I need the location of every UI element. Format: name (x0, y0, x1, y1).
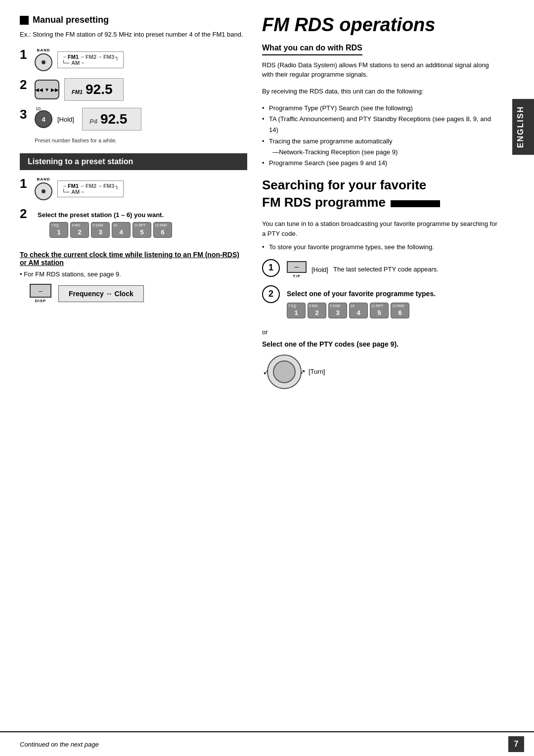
listening-step-2-number: 2 (20, 207, 35, 220)
manual-presetting-section: Manual presetting Ex.: Storing the FM st… (20, 15, 247, 143)
s-key-6-val: 6 (398, 309, 401, 316)
right-column: FM RDS operations What you can do with R… (257, 15, 524, 721)
key-1-label: 7 EQ (51, 223, 59, 227)
l-arrow-3: → (97, 183, 102, 188)
step-2-number: 2 (20, 78, 35, 91)
key-3-label: 9 SSM (92, 223, 103, 227)
tp-rect[interactable]: — (287, 261, 307, 273)
s-key-2-val: 2 (315, 309, 318, 316)
band-dot (42, 60, 45, 64)
main-content: Manual presetting Ex.: Storing the FM st… (0, 0, 534, 731)
tp-button[interactable]: — T/P (287, 261, 307, 278)
l-am: AM (72, 189, 80, 195)
disp-rect[interactable]: — (30, 284, 51, 298)
tp-label: T/P (293, 274, 300, 278)
s-preset-key-5[interactable]: 11 RPT 5 (370, 303, 389, 318)
arrow-right-3-icon: → (97, 54, 102, 59)
clock-controls: — DISP Frequency ↔ Clock (30, 284, 247, 303)
step-1-content: BAND → FM1 → FM2 → (35, 48, 247, 71)
s-preset-key-1[interactable]: 7 EQ 1 (287, 303, 306, 318)
step-2-row: 2 ◀◀ ▼ ▶▶ FM1 92.5 (20, 78, 247, 101)
listening-band-label: BAND (37, 177, 50, 181)
arrow-left-icon: ← (81, 60, 86, 65)
fm-display-label: FM1 (72, 89, 83, 95)
key-2-label: 8 MO (72, 223, 80, 227)
preset-key-5[interactable]: 11 RPT 5 (133, 222, 151, 238)
seek-button[interactable]: ◀◀ ▼ ▶▶ (35, 80, 59, 99)
searching-section: Searching for your favorite FM RDS progr… (262, 178, 499, 389)
preset-key-2[interactable]: 8 MO 2 (70, 222, 89, 238)
l-arrow-2: → (80, 183, 85, 188)
pty-appears-text: The last selected PTY code appears. (333, 265, 439, 274)
key-6-value: 6 (161, 228, 164, 236)
clock-section: To check the current clock time while li… (20, 251, 247, 303)
searching-step-2-text: Select one of your favorite programme ty… (287, 287, 499, 299)
manual-presetting-desc: Ex.: Storing the FM station of 92.5 MHz … (20, 30, 247, 39)
p4-frequency-display: P4 92.5 (82, 108, 141, 131)
s-key-2-num: 8 MO (309, 304, 317, 308)
clock-note: • For FM RDS stations, see page 9. (20, 270, 247, 278)
searching-hold-text: [Hold] (312, 266, 328, 273)
band-circle[interactable] (35, 53, 52, 71)
s-preset-key-4[interactable]: 10 4 (349, 303, 368, 318)
p4-label: P4 (89, 118, 97, 125)
preset-key-3[interactable]: 9 SSM 3 (91, 222, 110, 238)
searching-title-2: FM RDS programme (262, 195, 386, 210)
select-pty-text: Select one of the PTY codes (see page 9)… (262, 340, 499, 350)
fm-row-bottom: └─ AM ← (62, 60, 119, 66)
preset-circle-key[interactable]: 4 (35, 110, 52, 128)
l-arrow-left: ← (81, 189, 86, 194)
listening-band-button[interactable]: BAND (35, 177, 52, 200)
band-label: BAND (37, 48, 50, 52)
left-column: Manual presetting Ex.: Storing the FM st… (20, 15, 257, 721)
preset-key-4[interactable]: 10 4 (112, 222, 131, 238)
preset-key-1[interactable]: 7 EQ 1 (49, 222, 68, 238)
tp-inner: — (295, 265, 299, 269)
listening-step-1-content: BAND → FM1 → FM2 → (35, 177, 247, 200)
searching-step-2-row: 2 Select one of your favorite programme … (262, 285, 499, 322)
p4-frequency-value: 92.5 (100, 111, 128, 127)
rds-desc-1: RDS (Radio Data System) allows FM statio… (262, 60, 499, 80)
s-key-6-num: 12 RND (392, 304, 404, 308)
disp-button[interactable]: — DISP (30, 284, 51, 303)
l-fm3: FM3 (103, 183, 114, 189)
preset-button[interactable]: 10 4 (35, 110, 52, 128)
listening-step-1-row: 1 BAND → FM1 → (20, 177, 247, 200)
skip-back-icon: ◀◀ (35, 87, 43, 92)
turn-knob[interactable]: ↙ ↗ (267, 355, 302, 389)
band-button[interactable]: BAND (35, 48, 52, 71)
preset-num-label: 10 (36, 106, 41, 111)
disp-label: DISP (35, 299, 46, 303)
page-number: 7 (508, 736, 524, 752)
key-5-label: 11 RPT (134, 223, 146, 227)
page-footer: Continued on the next page 7 (0, 731, 534, 756)
s-preset-key-2[interactable]: 8 MO 2 (308, 303, 326, 318)
preset-key-6[interactable]: 12 RND 6 (153, 222, 172, 238)
s-preset-key-6[interactable]: 12 RND 6 (391, 303, 409, 318)
key-6-label: 12 RND (155, 223, 167, 227)
listening-step-1-number: 1 (20, 177, 35, 190)
searching-step-1-circle: 1 (262, 259, 280, 277)
or-text: or (262, 328, 499, 336)
s-key-5-num: 11 RPT (371, 304, 383, 308)
s-key-4-val: 4 (356, 309, 360, 316)
listening-fm-row-top: → FM1 → FM2 → FM3 ┐ (62, 183, 119, 189)
turn-label: [Turn] (309, 368, 325, 375)
searching-desc: You can tune in to a station broadcastin… (262, 219, 499, 238)
preset-key-4-num: 10 (113, 223, 117, 227)
rds-list: Programme Type (PTY) Search (see the fol… (262, 103, 499, 169)
s-key-3-val: 3 (336, 309, 339, 316)
listening-band-circle[interactable] (35, 182, 52, 200)
searching-step-1-row: 1 — T/P [Hold] The last selected PTY cod… (262, 259, 499, 278)
step-1-row: 1 BAND → FM1 → (20, 48, 247, 71)
s-preset-key-3[interactable]: 9 SSM 3 (328, 303, 347, 318)
l-bottom-corner: └─ (62, 189, 70, 195)
searching-step-2-content: Select one of your favorite programme ty… (287, 285, 499, 322)
rds-list-item-2: TA (Traffic Announcement) and PTY Standb… (262, 114, 499, 135)
seek-divider: ▼ (44, 87, 49, 92)
searching-step-2-circle: 2 (262, 285, 280, 303)
fm1-label: FM1 (68, 54, 79, 60)
what-you-can-title: What you can do with RDS (262, 44, 362, 55)
black-bar-decoration (391, 200, 440, 207)
searching-title-1: Searching for your favorite (262, 178, 499, 193)
